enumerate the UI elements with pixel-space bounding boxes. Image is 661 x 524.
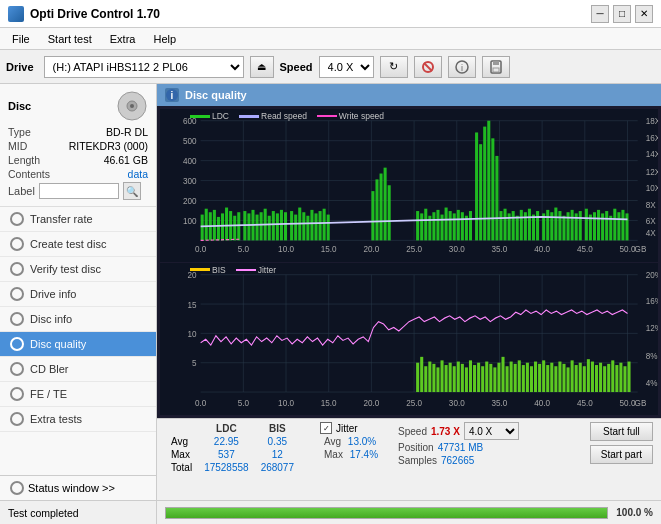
svg-rect-140 xyxy=(621,210,624,241)
svg-text:16%: 16% xyxy=(646,295,658,306)
menu-start-test[interactable]: Start test xyxy=(40,31,100,47)
svg-text:8%: 8% xyxy=(646,350,658,361)
svg-rect-56 xyxy=(205,209,208,241)
maximize-button[interactable]: □ xyxy=(613,5,631,23)
svg-text:25.0: 25.0 xyxy=(406,244,422,255)
svg-rect-68 xyxy=(256,215,259,241)
nav-disc-quality[interactable]: Disc quality xyxy=(0,332,156,357)
svg-rect-105 xyxy=(449,211,452,240)
action-buttons: Start full Start part xyxy=(590,422,653,464)
svg-text:30.0: 30.0 xyxy=(449,397,465,408)
speed-select[interactable]: 4.0 X xyxy=(319,56,374,78)
drive-select[interactable]: (H:) ATAPI iHBS112 2 PL06 xyxy=(44,56,244,78)
svg-rect-196 xyxy=(489,363,492,391)
avg-jitter-value: 13.0% xyxy=(348,436,376,447)
svg-text:40.0: 40.0 xyxy=(534,397,550,408)
close-button[interactable]: ✕ xyxy=(635,5,653,23)
svg-rect-86 xyxy=(371,191,374,240)
menu-help[interactable]: Help xyxy=(145,31,184,47)
start-part-button[interactable]: Start part xyxy=(590,445,653,464)
speed-select-stat[interactable]: 4.0 X xyxy=(464,422,519,440)
svg-rect-61 xyxy=(225,208,228,241)
total-label: Total xyxy=(165,461,198,474)
position-label: Position xyxy=(398,442,434,453)
progress-text: 100.0 % xyxy=(616,507,653,518)
svg-text:12X: 12X xyxy=(646,166,658,177)
menu-file[interactable]: File xyxy=(4,31,38,47)
fe-te-icon xyxy=(10,387,24,401)
progress-bar-fill xyxy=(166,508,607,518)
svg-rect-93 xyxy=(483,127,486,241)
svg-text:i: i xyxy=(171,90,174,101)
svg-rect-135 xyxy=(601,213,604,240)
svg-rect-178 xyxy=(416,362,419,391)
svg-text:20.0: 20.0 xyxy=(363,397,379,408)
minimize-button[interactable]: ─ xyxy=(591,5,609,23)
svg-rect-64 xyxy=(237,212,240,240)
disc-label-label: Label xyxy=(8,185,35,197)
bottom-chart-svg: 20 15 10 5 20% 16% 12% 8% 4% 0.0 5.0 10.… xyxy=(160,263,658,416)
svg-point-9 xyxy=(130,104,134,108)
svg-rect-95 xyxy=(491,138,494,240)
svg-text:15: 15 xyxy=(188,299,197,310)
disc-length-row: Length 46.61 GB xyxy=(8,154,148,166)
svg-rect-218 xyxy=(579,362,582,391)
disc-label-input[interactable] xyxy=(39,183,119,199)
avg-ldc: 22.95 xyxy=(198,435,255,448)
max-bis: 12 xyxy=(255,448,300,461)
nav-cd-bler[interactable]: CD Bler xyxy=(0,357,156,382)
disc-label-btn[interactable]: 🔍 xyxy=(123,182,141,200)
nav-extra-tests[interactable]: Extra tests xyxy=(0,407,156,432)
svg-rect-72 xyxy=(272,211,275,240)
disc-info-icon xyxy=(10,312,24,326)
nav-verify-test-disc[interactable]: Verify test disc xyxy=(0,257,156,282)
svg-rect-6 xyxy=(493,68,499,72)
svg-text:4X: 4X xyxy=(646,227,656,238)
nav-drive-info[interactable]: Drive info xyxy=(0,282,156,307)
svg-rect-230 xyxy=(628,361,631,392)
position-value: 47731 MB xyxy=(438,442,484,453)
svg-rect-66 xyxy=(247,213,250,240)
create-test-disc-icon xyxy=(10,237,24,251)
info-button[interactable]: i xyxy=(448,56,476,78)
right-panel: i Disc quality LDC Read speed xyxy=(157,84,661,500)
nav-create-test-disc[interactable]: Create test disc xyxy=(0,232,156,257)
svg-rect-134 xyxy=(597,210,600,241)
disc-header: Disc xyxy=(8,90,148,122)
jitter-checkbox[interactable]: ✓ xyxy=(320,422,332,434)
svg-text:35.0: 35.0 xyxy=(492,244,508,255)
svg-rect-139 xyxy=(617,212,620,240)
ldc-legend-label: LDC xyxy=(212,111,229,121)
svg-rect-102 xyxy=(436,210,439,241)
svg-rect-219 xyxy=(583,366,586,392)
start-full-button[interactable]: Start full xyxy=(590,422,653,441)
disc-title: Disc xyxy=(8,100,31,112)
svg-rect-191 xyxy=(469,360,472,392)
disc-label-row: Label 🔍 xyxy=(8,182,148,200)
svg-rect-199 xyxy=(501,356,504,391)
save-button[interactable] xyxy=(482,56,510,78)
menu-extra[interactable]: Extra xyxy=(102,31,144,47)
svg-rect-214 xyxy=(562,363,565,391)
write-speed-legend-label: Write speed xyxy=(339,111,384,121)
svg-rect-223 xyxy=(599,362,602,391)
eject-button[interactable]: ⏏ xyxy=(250,56,274,78)
nav-transfer-rate[interactable]: Transfer rate xyxy=(0,207,156,232)
jitter-checkbox-row: ✓ Jitter xyxy=(320,422,378,434)
disc-type-row: Type BD-R DL xyxy=(8,126,148,138)
svg-rect-90 xyxy=(388,185,391,240)
refresh-button[interactable]: ↻ xyxy=(380,56,408,78)
svg-rect-189 xyxy=(461,363,464,391)
svg-text:400: 400 xyxy=(183,156,197,167)
erase-button[interactable] xyxy=(414,56,442,78)
status-window-btn[interactable]: Status window >> xyxy=(0,475,156,500)
nav-disc-info[interactable]: Disc info xyxy=(0,307,156,332)
max-jitter-value: 17.4% xyxy=(350,449,378,460)
nav-cd-bler-label: CD Bler xyxy=(30,363,69,375)
nav-fe-te[interactable]: FE / TE xyxy=(0,382,156,407)
svg-rect-212 xyxy=(554,366,557,392)
nav-disc-quality-label: Disc quality xyxy=(30,338,86,350)
svg-rect-228 xyxy=(619,362,622,391)
svg-rect-136 xyxy=(605,211,608,240)
svg-rect-119 xyxy=(532,215,535,241)
